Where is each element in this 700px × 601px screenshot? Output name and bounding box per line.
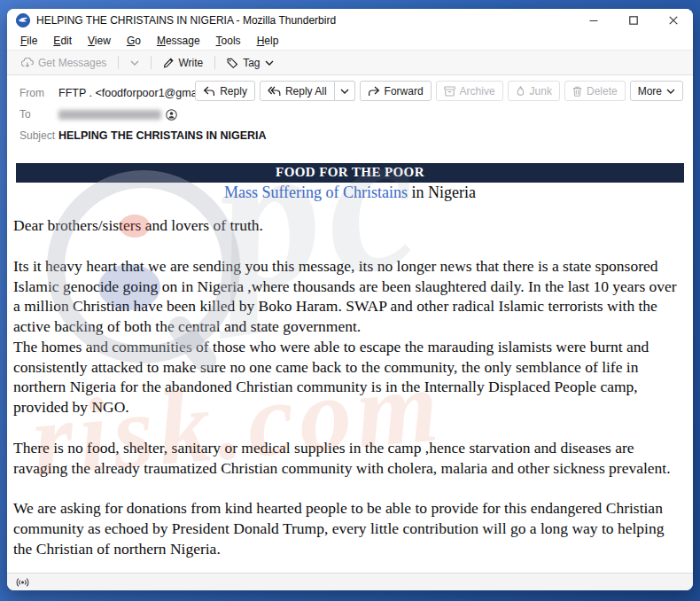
reply-all-split-button: Reply All [260, 81, 355, 101]
minimize-icon [589, 16, 598, 25]
more-label: More [638, 85, 662, 98]
desktop-background: HELPING THE CHRISTAINS IN NIGERIA - Mozi… [0, 0, 700, 601]
to-value[interactable] [58, 109, 177, 121]
chevron-down-icon [265, 60, 274, 66]
archive-button[interactable]: Archive [436, 81, 503, 101]
window-title: HELPING THE CHRISTAINS IN NIGERIA - Mozi… [36, 14, 573, 27]
reply-all-icon [268, 86, 281, 97]
write-label: Write [178, 57, 203, 69]
status-bar [7, 573, 693, 590]
delete-button[interactable]: Delete [564, 81, 626, 101]
paragraph: The homes and communities of those who w… [13, 337, 679, 418]
reply-all-button[interactable]: Reply All [260, 81, 335, 101]
subtitle-link[interactable]: Mass Suffering of Christains [224, 183, 408, 201]
junk-button[interactable]: Junk [508, 81, 560, 101]
tag-button[interactable]: Tag [222, 54, 278, 72]
paragraph: We are asking for donations from kind he… [13, 498, 679, 558]
subject-row: Subject HELPING THE CHRISTAINS IN NIGERI… [19, 125, 682, 146]
toolbar-divider [118, 56, 119, 69]
get-messages-button[interactable]: Get Messages [16, 54, 112, 72]
get-messages-icon [21, 58, 34, 68]
menu-message[interactable]: Message [149, 33, 208, 49]
junk-icon [516, 86, 525, 97]
paragraph: Its it heavy heart that we are sending y… [13, 256, 679, 337]
to-row: To [19, 104, 682, 125]
maximize-button[interactable] [613, 9, 653, 31]
more-button[interactable]: More [630, 81, 683, 101]
thunderbird-window: HELPING THE CHRISTAINS IN NIGERIA - Mozi… [7, 9, 693, 590]
menu-tools[interactable]: Tools [208, 33, 249, 49]
subtitle-rest: in Nigeria [408, 183, 476, 201]
write-button[interactable]: Write [158, 54, 208, 72]
to-label: To [19, 108, 58, 121]
chevron-down-icon [666, 89, 675, 94]
from-label: From [19, 87, 58, 99]
toolbar-divider [214, 56, 215, 69]
reply-all-dropdown[interactable] [335, 81, 355, 101]
paragraph: There is no food, shelter, sanitary or m… [13, 438, 679, 479]
subject-value: HELPING THE CHRISTAINS IN NIGERIA [58, 129, 267, 142]
reply-label: Reply [220, 85, 247, 98]
maximize-icon [629, 16, 638, 25]
broadcast-icon[interactable] [15, 577, 30, 588]
paragraph: Dear brothers/sisters and lovers of trut… [13, 215, 679, 236]
forward-label: Forward [385, 85, 424, 98]
get-messages-dropdown[interactable] [125, 58, 144, 68]
close-icon [669, 16, 678, 25]
email-banner: FOOD FOR THE POOR [16, 163, 684, 183]
chevron-down-icon [130, 60, 139, 66]
close-button[interactable] [653, 9, 693, 31]
menu-view[interactable]: View [80, 33, 119, 49]
junk-label: Junk [530, 85, 552, 98]
reply-all-label: Reply All [285, 85, 327, 98]
archive-icon [444, 86, 455, 97]
menu-file[interactable]: File [12, 33, 45, 49]
delete-icon [572, 86, 582, 97]
reply-icon [203, 86, 215, 97]
email-subtitle: Mass Suffering of Christains in Nigeria [7, 183, 693, 202]
message-actions: Reply Reply All [195, 81, 683, 101]
title-bar: HELPING THE CHRISTAINS IN NIGERIA - Mozi… [7, 9, 693, 31]
mail-toolbar: Get Messages Write Tag [7, 50, 693, 75]
reply-button[interactable]: Reply [195, 81, 255, 101]
forward-icon [368, 86, 380, 97]
menu-go[interactable]: Go [119, 33, 149, 49]
menu-help[interactable]: Help [249, 33, 287, 49]
toolbar-divider [151, 56, 152, 69]
chevron-down-icon [340, 89, 349, 94]
to-address-redacted [58, 110, 161, 120]
tag-icon [227, 58, 238, 68]
archive-label: Archive [460, 85, 495, 98]
window-controls [573, 9, 693, 31]
thunderbird-logo [16, 13, 30, 27]
delete-label: Delete [587, 85, 618, 98]
write-icon [163, 58, 174, 68]
get-messages-label: Get Messages [38, 57, 106, 69]
subject-label: Subject [19, 129, 58, 142]
menu-edit[interactable]: Edit [45, 33, 80, 49]
contact-icon[interactable] [166, 109, 177, 121]
email-text: Dear brothers/sisters and lovers of trut… [7, 202, 693, 559]
minimize-button[interactable] [573, 9, 613, 31]
email-body-pane: pc risk.com FOOD FOR THE POOR Mass Suffe… [7, 154, 693, 573]
forward-button[interactable]: Forward [360, 81, 432, 101]
message-header: From FFTP . <foodforpoor1@gmail.com> To [7, 75, 693, 154]
menu-bar: File Edit View Go Message Tools Help [7, 31, 693, 50]
tag-label: Tag [243, 57, 260, 69]
